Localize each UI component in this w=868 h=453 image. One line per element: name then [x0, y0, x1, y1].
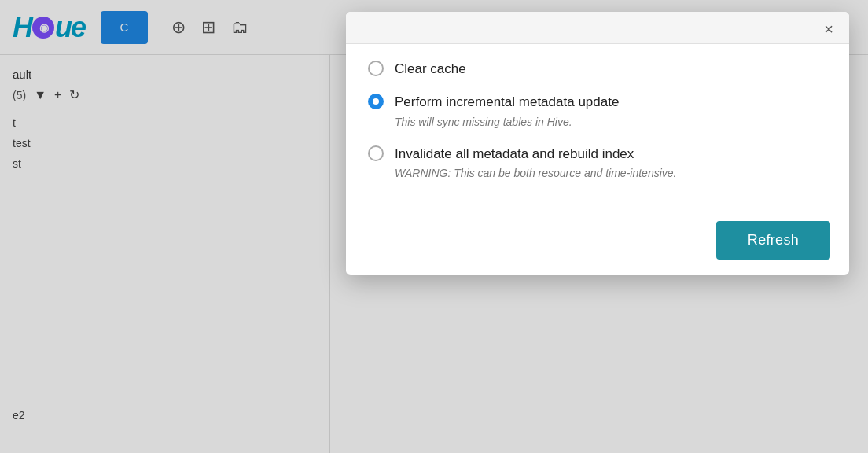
option-invalidate-label: Invalidate all metadata and rebuild inde…	[395, 145, 676, 164]
refresh-modal: × Clear cache Perform incremental metada…	[346, 12, 849, 275]
modal-footer: Refresh	[346, 215, 849, 275]
radio-invalidate-all[interactable]	[368, 145, 384, 161]
radio-incremental-update[interactable]	[368, 94, 384, 109]
option-incremental-desc: This will sync missing tables in Hive.	[395, 114, 619, 131]
option-clear-cache-content: Clear cache	[395, 60, 466, 79]
option-invalidate-all[interactable]: Invalidate all metadata and rebuild inde…	[368, 145, 827, 182]
modal-body: Clear cache Perform incremental metadata…	[346, 44, 849, 215]
refresh-button[interactable]: Refresh	[716, 221, 830, 260]
modal-header: ×	[346, 12, 849, 44]
option-clear-cache-label: Clear cache	[395, 60, 466, 79]
option-incremental-content: Perform incremental metadata update This…	[395, 93, 619, 131]
radio-clear-cache[interactable]	[368, 61, 384, 76]
option-clear-cache[interactable]: Clear cache	[368, 60, 827, 79]
modal-close-button[interactable]: ×	[821, 21, 837, 37]
option-invalidate-desc: WARNING: This can be both resource and t…	[395, 165, 676, 182]
option-incremental-update[interactable]: Perform incremental metadata update This…	[368, 93, 827, 131]
option-incremental-label: Perform incremental metadata update	[395, 93, 619, 112]
option-invalidate-content: Invalidate all metadata and rebuild inde…	[395, 145, 676, 182]
